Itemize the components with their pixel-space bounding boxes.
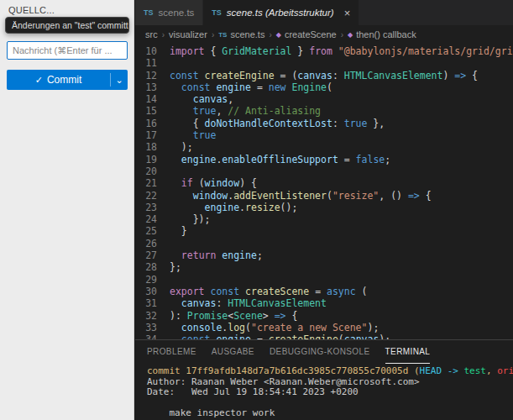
code-text: engine.resize(); [170, 202, 297, 213]
code-line[interactable]: 15 true, // Anti-aliasing [135, 105, 513, 117]
terminal-line: Date: Wed Jul 19 18:54:41 2023 +0200 [147, 387, 513, 398]
line-number: 25 [135, 225, 157, 237]
tab-bar: TSscene.tsTSscene.ts (Arbeitsstruktur)× [135, 0, 513, 25]
code-text: ): Promise<Scene> => { [170, 310, 297, 322]
code-line[interactable]: 13 const engine = new Engine( [135, 81, 513, 93]
code-text: engine.enableOfflineSupport = false; [170, 154, 390, 165]
code-text: }); [170, 213, 210, 225]
terminal-output[interactable]: commit 17ff9afdb148d7a7b616dc3985c770855… [135, 364, 513, 420]
breadcrumb-item[interactable]: TSscene.ts [218, 29, 264, 39]
code-line[interactable]: 23 engine.resize(); [135, 202, 513, 213]
sidebar-title: QUELLC... [0, 0, 133, 16]
code-text: import { GridMaterial } from "@babylonjs… [170, 45, 513, 57]
panel-tab[interactable]: AUSGABE [212, 340, 254, 364]
code-line[interactable]: 34 const engine = createEngine(canvas); [135, 333, 513, 339]
code-line[interactable]: 21 if (window) { [135, 177, 513, 189]
breadcrumb-separator-icon: › [269, 30, 271, 39]
line-number: 30 [135, 286, 157, 297]
typescript-icon: TS [212, 8, 222, 17]
code-line[interactable]: 16 { doNotHandleContextLost: true }, [135, 118, 513, 129]
chevron-down-icon[interactable]: ⌄ [111, 70, 128, 90]
line-number: 16 [135, 118, 157, 129]
typescript-icon: TS [144, 8, 154, 17]
symbol-method-icon: ◆ [348, 31, 353, 39]
line-number: 18 [135, 141, 157, 153]
code-text: export const createScene = async ( [170, 286, 367, 297]
commit-tooltip: Änderungen an "test" committen [5, 17, 129, 34]
code-line[interactable]: 14 canvas, [135, 93, 513, 105]
line-number: 11 [135, 57, 157, 69]
line-number: 13 [135, 81, 157, 93]
panel-tab[interactable]: PROBLEME [147, 340, 196, 364]
code-text: }; [170, 261, 181, 273]
breadcrumb: src›visualizer›TSscene.ts›◆createScene›◆… [135, 25, 513, 44]
line-number: 22 [135, 190, 157, 202]
line-number: 14 [135, 93, 157, 105]
editor-tab[interactable]: TSscene.ts [135, 0, 203, 25]
editor-tab[interactable]: TSscene.ts (Arbeitsstruktur)× [203, 0, 359, 25]
code-line[interactable]: 32): Promise<Scene> => { [135, 310, 513, 322]
code-line[interactable]: 20 [135, 165, 513, 177]
code-line[interactable]: 17 true [135, 129, 513, 141]
panel-tab[interactable]: DEBUGGING-KONSOLE [270, 340, 370, 364]
line-number: 15 [135, 105, 157, 117]
code-line[interactable]: 30export const createScene = async ( [135, 286, 513, 297]
breadcrumb-label: then() callback [356, 29, 416, 39]
editor-tab-label: scene.ts [159, 8, 195, 18]
breadcrumb-item[interactable]: ◆createScene [276, 29, 337, 39]
code-text: true [170, 129, 216, 141]
commit-button-main[interactable]: ✓ Commit [7, 70, 110, 90]
line-number: 17 [135, 129, 157, 141]
code-line[interactable]: 26 [135, 238, 513, 249]
commit-button[interactable]: ✓ Commit ⌄ [7, 70, 128, 90]
line-number: 33 [135, 322, 157, 333]
code-line[interactable]: 29 [135, 274, 513, 286]
code-line[interactable]: 12const createEngine = (canvas: HTMLCanv… [135, 70, 513, 81]
code-text: true, // Anti-aliasing [170, 105, 321, 117]
breadcrumb-separator-icon: › [212, 30, 214, 39]
code-text: ); [170, 141, 193, 153]
code-text: const engine = createEngine(canvas); [170, 333, 390, 339]
breadcrumb-label: createScene [285, 29, 337, 39]
code-text: return engine; [170, 249, 263, 261]
code-line[interactable]: 25 } [135, 225, 513, 237]
breadcrumb-item[interactable]: src [145, 29, 158, 39]
breadcrumb-item[interactable]: visualizer [169, 29, 207, 39]
source-control-sidebar: QUELLC... Änderungen an "test" committen… [0, 0, 134, 420]
line-number: 34 [135, 333, 157, 339]
code-line[interactable]: 22 window.addEventListener("resize", () … [135, 190, 513, 202]
line-number: 24 [135, 213, 157, 225]
breadcrumb-item[interactable]: ◆then() callback [348, 29, 416, 39]
panel-tab[interactable]: TERMINAL [385, 340, 431, 364]
line-number: 23 [135, 202, 157, 213]
code-line[interactable]: 31 canvas: HTMLCanvasElement [135, 297, 513, 309]
commit-message-input[interactable] [7, 41, 128, 60]
code-text: { doNotHandleContextLost: true }, [170, 118, 385, 129]
code-text: canvas: HTMLCanvasElement [170, 297, 327, 309]
code-line[interactable]: 10import { GridMaterial } from "@babylon… [135, 45, 513, 57]
code-text: if (window) { [170, 177, 257, 189]
commit-button-label: Commit [47, 74, 81, 86]
line-number: 19 [135, 154, 157, 165]
code-line[interactable]: 28}; [135, 261, 513, 273]
code-text: const engine = new Engine( [170, 81, 332, 93]
code-line[interactable]: 27 return engine; [135, 249, 513, 261]
code-line[interactable]: 19 engine.enableOfflineSupport = false; [135, 154, 513, 165]
panel-tabs: PROBLEMEAUSGABEDEBUGGING-KONSOLETERMINAL [135, 340, 513, 364]
line-number: 31 [135, 297, 157, 309]
code-line[interactable]: 18 ); [135, 141, 513, 153]
line-number: 28 [135, 261, 157, 273]
code-line[interactable]: 33 console.log("create a new Scene"); [135, 322, 513, 333]
line-number: 20 [135, 165, 157, 177]
line-number: 27 [135, 249, 157, 261]
close-icon[interactable]: × [344, 8, 351, 18]
code-line[interactable]: 11 [135, 57, 513, 69]
code-text: window.addEventListener("resize", () => … [170, 190, 432, 202]
line-number: 12 [135, 70, 157, 81]
code-line[interactable]: 24 }); [135, 213, 513, 225]
code-area[interactable]: 10import { GridMaterial } from "@babylon… [135, 44, 513, 339]
line-number: 10 [135, 45, 157, 57]
line-number: 32 [135, 310, 157, 322]
line-number: 29 [135, 274, 157, 286]
vscode-window: QUELLC... Änderungen an "test" committen… [0, 0, 513, 420]
